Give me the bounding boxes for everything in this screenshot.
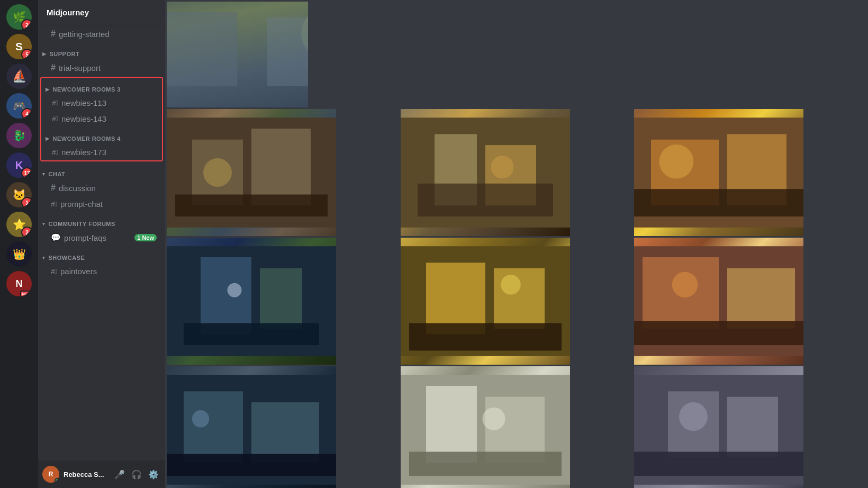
svg-rect-2 [167,12,237,86]
svg-point-25 [228,283,242,297]
headphone-button[interactable]: 🎧 [129,467,144,482]
channel-item-newbies-173[interactable]: #⃣ newbies-173 [43,144,160,160]
channel-sidebar-wrapper: Midjourney # getting-started ▶ SUPPORT #… [38,0,165,488]
channel-item-newbies-143[interactable]: #⃣ newbies-143 [43,111,160,126]
svg-point-41 [192,410,209,427]
voice-text-icon: #⃣ [52,115,58,123]
svg-rect-50 [634,452,803,476]
settings-button[interactable]: ⚙️ [146,467,161,482]
category-label: CHAT [49,171,66,177]
image-cell-6 [634,238,803,365]
server-icon-2[interactable]: S [6,34,32,59]
svg-rect-23 [201,257,251,334]
img2-svg [401,109,570,236]
img1-svg [167,109,336,236]
voice-text-icon: #⃣ [51,267,57,275]
svg-point-10 [203,158,232,187]
category-showcase[interactable]: ▾ SHOWCASE [38,246,165,263]
img9-svg [634,366,803,488]
svg-point-36 [672,272,698,298]
image-cell-7 [167,366,336,488]
server-icon-4[interactable]: 🎮 [6,93,32,119]
voice-text-icon: #⃣ [52,99,58,107]
svg-point-21 [659,144,694,179]
channel-name: prompt-chat [60,200,157,209]
img5-svg [401,238,570,365]
svg-rect-3 [267,17,308,86]
main-content [165,0,868,488]
category-chat[interactable]: ▾ CHAT [38,162,165,179]
server-icon-8[interactable]: ⭐ [6,212,32,237]
chevron-down-icon: ▾ [42,221,46,227]
img6-svg [634,238,803,365]
server-icon-9[interactable]: 👑 [6,241,32,267]
svg-rect-49 [727,397,778,457]
channel-item-prompt-faqs[interactable]: 💬 prompt-faqs 1 New [42,230,161,246]
channel-item-discussion[interactable]: # discussion [42,180,161,196]
highlighted-newcomer-section: ▶ NEWCOMER ROOMS 3 #⃣ newbies-113 #⃣ new… [40,77,163,161]
category-newcomer-rooms-3[interactable]: ▶ NEWCOMER ROOMS 3 [41,78,162,95]
server-icon-7[interactable]: 🐱 [6,182,32,207]
server-icon-5[interactable]: 🐉 [6,123,32,148]
server-name: Midjourney [47,8,89,17]
channel-item-trial-support[interactable]: # trial-support [42,60,161,76]
channel-name: trial-support [59,64,157,73]
server-icon-6[interactable]: K [6,152,32,178]
category-community-forums[interactable]: ▾ COMMUNITY FORUMS [38,212,165,229]
svg-point-46 [482,408,505,430]
chevron-down-icon: ▾ [42,255,46,260]
svg-rect-43 [426,386,477,463]
chevron-down-icon: ▶ [46,87,50,92]
image-cell-top [167,2,308,107]
category-label: SUPPORT [50,51,80,57]
top-image-svg [167,2,308,107]
server-icon-1[interactable]: 🌿 [6,4,32,30]
category-newcomer-rooms-4[interactable]: ▶ NEWCOMER ROOMS 4 [41,127,162,144]
server-icon-3[interactable]: ⛵ [6,64,32,89]
mic-button[interactable]: 🎤 [112,467,127,482]
channel-name: paintovers [60,267,157,276]
image-cell-5 [401,238,570,365]
image-cell-4 [167,238,336,365]
svg-point-16 [491,156,513,178]
channel-list: # getting-started ▶ SUPPORT # trial-supp… [38,25,165,460]
svg-rect-30 [409,323,562,351]
channel-item-getting-started[interactable]: # getting-started [42,26,161,42]
img8-svg [401,366,570,488]
img3-svg [634,109,803,236]
svg-rect-38 [184,391,243,463]
channel-item-paintovers[interactable]: #⃣ paintovers [42,264,161,279]
channel-name: newbies-173 [61,148,156,157]
avatar: R [42,466,59,483]
chevron-right-icon: ▶ [42,51,47,57]
chevron-down-icon: ▾ [42,171,46,177]
image-cell-3 [634,109,803,236]
category-label: NEWCOMER ROOMS 4 [53,135,121,142]
svg-rect-39 [251,402,319,463]
svg-rect-34 [727,268,795,329]
category-support[interactable]: ▶ SUPPORT [38,42,165,59]
channel-name: getting-started [59,30,157,39]
server-icon-10[interactable]: N NEW [6,271,32,296]
channel-item-newbies-113[interactable]: #⃣ newbies-113 [43,95,160,111]
channel-item-prompt-chat[interactable]: #⃣ prompt-chat [42,196,161,212]
channel-name: prompt-faqs [64,233,131,242]
svg-rect-29 [494,268,545,329]
img7-svg [167,366,336,488]
chevron-down-icon: ▶ [46,136,50,141]
img4-svg [167,238,336,365]
hash-icon: # [51,29,56,39]
svg-point-31 [501,275,521,295]
image-cell-9 [634,366,803,488]
server-name-header[interactable]: Midjourney [38,0,165,25]
voice-text-icon: #⃣ [51,200,57,208]
server-sidebar: 🌿 S ⛵ 🎮 🐉 K 🐱 ⭐ 👑 N NEW [0,0,38,488]
category-label: NEWCOMER ROOMS 3 [53,86,121,93]
forum-icon: 💬 [51,233,61,242]
avatar-initials: R [49,471,53,478]
svg-rect-24 [260,268,302,329]
image-cell-1 [167,109,336,236]
channel-name: newbies-143 [61,114,156,123]
category-label: COMMUNITY FORUMS [49,221,115,227]
new-badge-label: NEW [20,291,32,296]
